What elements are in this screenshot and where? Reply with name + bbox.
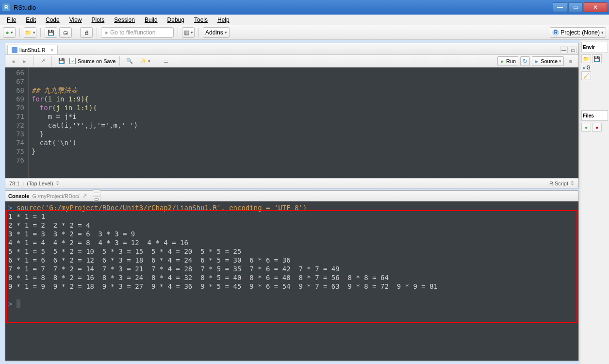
editor-toolbar: ✓ Source on Save Run Source bbox=[5, 55, 578, 67]
cursor-position: 78:1 bbox=[9, 181, 19, 186]
rerun-button[interactable] bbox=[520, 56, 530, 66]
editor-tabbar: lianShu1.R × — ▭ bbox=[5, 43, 578, 55]
main-toolbar: Go to file/function Addins Project: (Non… bbox=[0, 25, 609, 40]
print-button[interactable] bbox=[80, 27, 93, 38]
separator bbox=[157, 56, 157, 66]
environment-tab[interactable]: Envir bbox=[581, 42, 608, 52]
right-column: Envir ● G Files ● bbox=[580, 40, 609, 364]
search-icon bbox=[126, 58, 133, 64]
file-type-selector[interactable]: R Script bbox=[549, 181, 568, 186]
run-icon bbox=[500, 58, 505, 64]
close-button[interactable]: ✕ bbox=[584, 2, 607, 12]
editor-save-button[interactable] bbox=[56, 56, 67, 66]
code-editor[interactable]: 666768 697071 727374 7576 ## 九九乘法表 for(i… bbox=[5, 67, 578, 178]
clear-env-button[interactable] bbox=[581, 71, 591, 80]
console-title: Console bbox=[8, 193, 29, 199]
separator bbox=[178, 28, 178, 37]
save-env-button[interactable] bbox=[592, 54, 602, 63]
source-on-save-checkbox[interactable]: ✓ bbox=[69, 58, 76, 64]
run-label: Run bbox=[506, 58, 516, 64]
compile-report-button[interactable] bbox=[161, 56, 171, 66]
project-button[interactable]: Project: (None) bbox=[550, 27, 606, 38]
code-tools-button[interactable] bbox=[137, 56, 153, 66]
menu-code[interactable]: Code bbox=[42, 16, 64, 24]
save-icon bbox=[593, 56, 600, 62]
console-path: G:/myProject/RDoc/ bbox=[32, 193, 79, 199]
menu-debug[interactable]: Debug bbox=[164, 16, 188, 24]
folder-icon bbox=[583, 56, 590, 62]
global-env-label[interactable]: ● G bbox=[581, 64, 608, 71]
menu-tools[interactable]: Tools bbox=[190, 16, 212, 24]
find-button[interactable] bbox=[124, 56, 135, 66]
console-header: Console G:/myProject/RDoc/ — ▭ bbox=[5, 191, 578, 201]
goto-file-search[interactable]: Go to file/function bbox=[101, 27, 174, 38]
save-icon bbox=[58, 58, 65, 64]
maximize-button[interactable]: ▭ bbox=[568, 2, 583, 12]
source-label: Source bbox=[541, 58, 558, 64]
source-icon bbox=[534, 58, 539, 64]
list-icon bbox=[569, 58, 572, 64]
project-label: Project: (None) bbox=[560, 29, 600, 36]
panes-button[interactable] bbox=[182, 27, 195, 38]
maximize-pane-button[interactable]: ▭ bbox=[569, 47, 576, 53]
tab-filename: lianShu1.R bbox=[19, 47, 46, 53]
r-file-icon bbox=[12, 47, 17, 53]
tab-close-icon[interactable]: × bbox=[50, 47, 53, 53]
new-folder-button[interactable] bbox=[581, 123, 591, 132]
separator bbox=[76, 28, 76, 37]
addins-label: Addins bbox=[205, 29, 223, 36]
nav-forward-button[interactable] bbox=[20, 56, 30, 66]
save-all-button[interactable] bbox=[59, 27, 72, 38]
save-all-icon bbox=[63, 29, 68, 36]
menu-session[interactable]: Session bbox=[110, 16, 139, 24]
source-on-save-label: Source on Save bbox=[78, 58, 115, 64]
titlebar: R RStudio — ▭ ✕ bbox=[0, 0, 609, 15]
plus-icon bbox=[5, 29, 9, 36]
menu-build[interactable]: Build bbox=[141, 16, 162, 24]
separator bbox=[51, 56, 52, 66]
forward-icon bbox=[22, 58, 27, 64]
editor-pane: lianShu1.R × — ▭ ✓ Source on Save bbox=[5, 43, 579, 188]
menu-plots[interactable]: Plots bbox=[88, 16, 109, 24]
separator bbox=[33, 56, 34, 66]
menu-help[interactable]: Help bbox=[214, 16, 233, 24]
outline-toggle-button[interactable] bbox=[566, 56, 576, 66]
broom-icon bbox=[583, 73, 589, 79]
source-button[interactable]: Source bbox=[532, 56, 564, 66]
separator bbox=[119, 56, 120, 66]
minimize-button[interactable]: — bbox=[553, 2, 567, 12]
scope-selector[interactable]: (Top Level) bbox=[27, 181, 53, 186]
folder-icon bbox=[25, 29, 32, 36]
menu-edit[interactable]: Edit bbox=[22, 16, 40, 24]
nav-back-button[interactable] bbox=[8, 56, 18, 66]
menu-file[interactable]: File bbox=[3, 16, 20, 24]
plus-icon bbox=[585, 125, 588, 130]
files-tab[interactable]: Files bbox=[581, 110, 608, 121]
save-button[interactable] bbox=[45, 27, 57, 38]
console-pane: Console G:/myProject/RDoc/ — ▭ > source(… bbox=[5, 190, 579, 361]
window-controls: — ▭ ✕ bbox=[553, 2, 607, 12]
import-button[interactable] bbox=[581, 54, 591, 63]
popout-icon bbox=[41, 58, 45, 64]
back-icon bbox=[11, 58, 16, 64]
editor-tab[interactable]: lianShu1.R × bbox=[7, 45, 58, 54]
separator bbox=[97, 28, 97, 37]
separator bbox=[198, 28, 199, 37]
app-icon: R bbox=[2, 3, 11, 12]
main-area: lianShu1.R × — ▭ ✓ Source on Save bbox=[0, 40, 609, 364]
menubar: File Edit Code View Plots Session Build … bbox=[0, 15, 609, 25]
minimize-console-button[interactable]: — bbox=[93, 189, 100, 196]
addins-button[interactable]: Addins bbox=[203, 27, 230, 38]
grid-icon bbox=[184, 29, 189, 36]
wand-icon bbox=[140, 58, 147, 64]
new-file-button[interactable] bbox=[3, 27, 16, 38]
delete-button[interactable]: ● bbox=[592, 123, 602, 132]
editor-statusbar: 78:1 | (Top Level) ⇕ R Script ⇕ bbox=[5, 178, 578, 188]
popout-button[interactable] bbox=[38, 56, 48, 66]
run-button[interactable]: Run bbox=[497, 56, 518, 66]
open-project-button[interactable] bbox=[24, 27, 36, 38]
menu-view[interactable]: View bbox=[66, 16, 86, 24]
console-popout-icon[interactable] bbox=[82, 193, 87, 199]
minimize-pane-button[interactable]: — bbox=[560, 47, 568, 53]
console-body[interactable]: > source('G:/myProject/RDoc/Unit3/rChap2… bbox=[5, 201, 578, 361]
